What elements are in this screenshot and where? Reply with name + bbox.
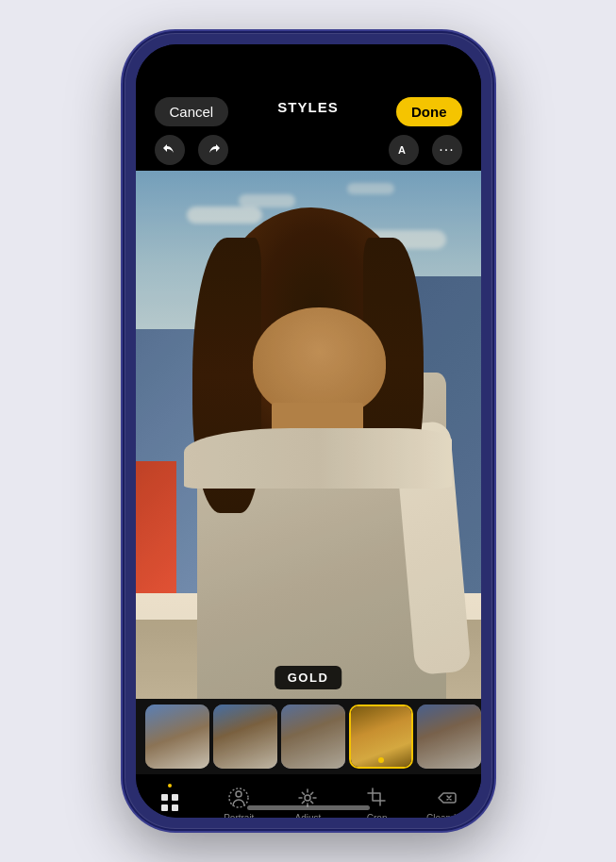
filter-item-4-gold[interactable] — [349, 705, 413, 769]
svg-rect-1 — [161, 794, 168, 801]
nav-item-adjust[interactable]: Adjust — [279, 786, 336, 818]
redo-button[interactable] — [198, 135, 228, 165]
filter-item-5[interactable] — [417, 705, 481, 769]
home-indicator — [247, 805, 370, 810]
svg-text:A: A — [398, 144, 406, 156]
nav-label-portrait: Portrait — [224, 813, 254, 818]
done-button[interactable]: Done — [396, 97, 462, 126]
svg-point-7 — [305, 795, 310, 801]
filter-strip[interactable] — [136, 699, 481, 774]
nav-label-crop: Crop — [367, 813, 388, 818]
svg-point-5 — [236, 791, 241, 797]
svg-rect-4 — [172, 804, 178, 811]
nav-item-crop[interactable]: Crop — [349, 786, 406, 818]
filter-item-2[interactable] — [213, 705, 277, 769]
cancel-button[interactable]: Cancel — [155, 97, 229, 126]
dynamic-island — [252, 56, 365, 88]
svg-rect-2 — [172, 794, 178, 801]
nav-item-styles[interactable]: Styles — [142, 786, 198, 818]
svg-rect-3 — [161, 804, 168, 811]
active-filter-dot — [378, 757, 384, 763]
filter-item-1[interactable] — [145, 705, 209, 769]
phone-frame: Cancel STYLES Done — [125, 33, 492, 829]
bottom-nav: Styles Portrait — [136, 774, 481, 818]
active-nav-dot — [168, 784, 172, 787]
person-subject — [170, 197, 446, 699]
page-title: STYLES — [277, 99, 338, 115]
nav-item-portrait[interactable]: Portrait — [210, 786, 267, 818]
styles-icon — [158, 790, 182, 815]
nav-item-cleanup[interactable]: Clean Up — [418, 786, 474, 818]
photo-area: GOLD — [136, 171, 481, 699]
nav-label-adjust: Adjust — [295, 813, 322, 818]
toolbar-right: A ··· — [389, 135, 462, 165]
undo-button[interactable] — [155, 135, 185, 165]
phone-screen: Cancel STYLES Done — [136, 44, 481, 818]
filter-name-label: GOLD — [275, 666, 342, 689]
more-options-button[interactable]: ··· — [432, 135, 462, 165]
cleanup-icon — [434, 786, 458, 810]
auto-enhance-button[interactable]: A — [389, 135, 419, 165]
filter-item-3[interactable] — [281, 705, 345, 769]
nav-label-cleanup: Clean Up — [426, 813, 466, 818]
secondary-toolbar: A ··· — [136, 129, 481, 171]
toolbar-left — [155, 135, 228, 165]
